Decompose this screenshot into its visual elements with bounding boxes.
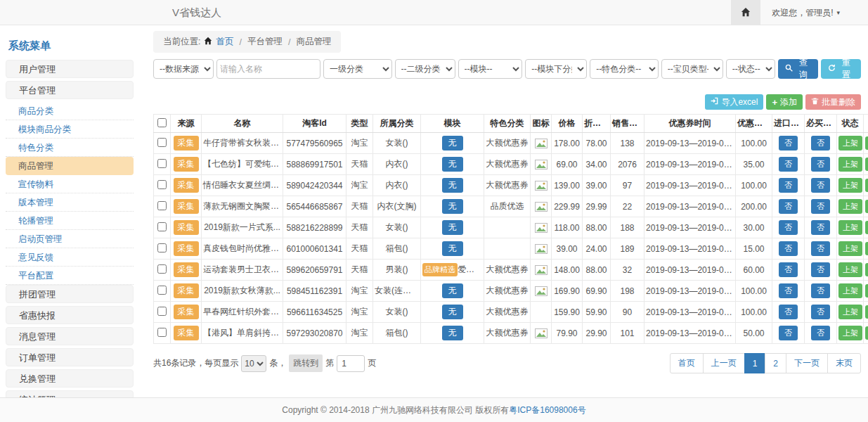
sidebar-item-版本管理[interactable]: 版本管理 [6, 193, 134, 212]
page-button-1[interactable]: 1 [744, 353, 766, 373]
page-button-2[interactable]: 2 [765, 353, 786, 373]
status-button[interactable]: 上架 [838, 178, 862, 193]
sidebar-item-启动页管理[interactable]: 启动页管理 [6, 230, 134, 248]
item-type-filter[interactable]: --宝贝类型-- [661, 59, 723, 79]
edit-button[interactable] [865, 221, 868, 234]
imported-toggle-button[interactable]: 否 [779, 220, 798, 235]
status-button[interactable]: 上架 [838, 262, 862, 277]
operations-group [865, 221, 868, 234]
edit-button[interactable] [865, 305, 868, 319]
sidebar-item-平台配置[interactable]: 平台配置 [6, 267, 134, 285]
row-checkbox[interactable] [157, 328, 167, 337]
must-buy-toggle-button[interactable]: 否 [811, 136, 830, 151]
cell-taoke-id: 601000601341 [283, 238, 346, 260]
icp-link[interactable]: 粤ICP备16098006号 [509, 404, 585, 416]
feature-category-filter[interactable]: --特色分类-- [590, 59, 659, 79]
row-checkbox[interactable] [157, 243, 167, 252]
status-filter[interactable]: --状态-- [726, 59, 775, 79]
batch-delete-button[interactable]: 批量删除 [805, 94, 861, 110]
sidebar-item-消息管理[interactable]: 消息管理 [6, 327, 134, 345]
imported-toggle-button[interactable]: 否 [779, 136, 798, 151]
edit-button[interactable] [865, 179, 868, 192]
sidebar-item-商品管理[interactable]: 商品管理 [6, 157, 134, 175]
breadcrumb-home-link[interactable]: 首页 [216, 36, 233, 48]
sidebar-item-模块商品分类[interactable]: 模块商品分类 [6, 120, 134, 139]
must-buy-toggle-button[interactable]: 否 [811, 241, 830, 256]
select-all-checkbox[interactable] [157, 118, 167, 127]
module-subcategory-filter[interactable]: --模块下分类-- [525, 59, 587, 79]
cell-module: 无 [421, 323, 484, 344]
reset-button[interactable]: 重置 [821, 59, 861, 79]
sidebar-item-订单管理[interactable]: 订单管理 [6, 348, 134, 366]
sidebar-item-平台管理[interactable]: 平台管理 [6, 81, 134, 99]
status-button[interactable]: 上架 [838, 157, 862, 172]
status-button[interactable]: 上架 [838, 241, 862, 256]
sidebar-item-兑换管理[interactable]: 兑换管理 [6, 369, 134, 388]
add-button-label: 添加 [780, 96, 797, 108]
search-button[interactable]: 查询 [778, 59, 818, 79]
data-source-filter[interactable]: --数据来源-- [153, 59, 214, 79]
per-page-select[interactable]: 10 [241, 355, 266, 372]
imported-toggle-button[interactable]: 否 [779, 262, 798, 277]
page-number-input[interactable] [337, 355, 365, 372]
must-buy-toggle-button[interactable]: 否 [811, 178, 830, 193]
edit-button[interactable] [865, 242, 868, 255]
sidebar-item-特色分类[interactable]: 特色分类 [6, 139, 134, 157]
edit-button[interactable] [865, 136, 868, 150]
edit-button[interactable] [865, 284, 868, 298]
add-button[interactable]: + 添加 [766, 94, 803, 110]
must-buy-toggle-button[interactable]: 否 [811, 220, 830, 235]
status-button[interactable]: 上架 [838, 326, 862, 340]
page-button-上一页[interactable]: 上一页 [703, 353, 745, 373]
must-buy-toggle-button[interactable]: 否 [811, 283, 830, 298]
user-menu[interactable]: 欢迎您，管理员! ▾ [760, 0, 868, 25]
imported-toggle-button[interactable]: 否 [779, 157, 798, 172]
edit-button[interactable] [865, 263, 868, 276]
must-buy-toggle-button[interactable]: 否 [811, 157, 830, 172]
sidebar-item-省惠快报[interactable]: 省惠快报 [6, 306, 134, 324]
imported-toggle-button[interactable]: 否 [779, 241, 798, 256]
edit-button[interactable] [865, 158, 868, 171]
status-button[interactable]: 上架 [838, 220, 862, 235]
sidebar-item-商品分类[interactable]: 商品分类 [6, 102, 134, 120]
sidebar-item-轮播管理[interactable]: 轮播管理 [6, 212, 134, 230]
imported-toggle-button[interactable]: 否 [779, 283, 798, 298]
cell-discount-price: 29.90 [583, 323, 611, 344]
sidebar-item-拼团管理[interactable]: 拼团管理 [6, 285, 134, 303]
level1-category-filter[interactable]: 一级分类 [323, 59, 392, 79]
sidebar-item-意见反馈[interactable]: 意见反馈 [6, 248, 134, 267]
row-checkbox[interactable] [157, 222, 167, 231]
page-button-首页[interactable]: 首页 [670, 353, 704, 373]
must-buy-toggle-button[interactable]: 否 [811, 262, 830, 277]
home-button[interactable] [731, 0, 760, 25]
row-checkbox[interactable] [157, 159, 167, 168]
status-button[interactable]: 上架 [838, 283, 862, 298]
status-button[interactable]: 上架 [838, 305, 862, 319]
module-filter[interactable]: --模块-- [458, 59, 523, 79]
jump-button[interactable]: 跳转到 [289, 354, 323, 372]
level2-category-filter[interactable]: --二级分类-- [395, 59, 455, 79]
row-checkbox[interactable] [157, 307, 167, 316]
must-buy-toggle-button[interactable]: 否 [811, 326, 830, 340]
imported-toggle-button[interactable]: 否 [779, 199, 798, 214]
status-button[interactable]: 上架 [838, 136, 862, 151]
status-button[interactable]: 上架 [838, 199, 862, 214]
row-checkbox[interactable] [157, 286, 167, 295]
page-button-末页[interactable]: 末页 [827, 353, 861, 373]
row-checkbox[interactable] [157, 201, 167, 210]
sidebar-item-宣传物料[interactable]: 宣传物料 [6, 175, 134, 193]
must-buy-toggle-button[interactable]: 否 [811, 199, 830, 214]
imported-toggle-button[interactable]: 否 [779, 305, 798, 319]
name-input[interactable] [216, 59, 320, 79]
imported-toggle-button[interactable]: 否 [779, 326, 798, 340]
row-checkbox[interactable] [157, 138, 167, 147]
page-button-下一页[interactable]: 下一页 [786, 353, 828, 373]
import-excel-button[interactable]: 导入excel [705, 94, 763, 110]
sidebar-item-用户管理[interactable]: 用户管理 [6, 60, 134, 78]
must-buy-toggle-button[interactable]: 否 [811, 305, 830, 319]
imported-toggle-button[interactable]: 否 [779, 178, 798, 193]
row-checkbox[interactable] [157, 180, 167, 189]
edit-button[interactable] [865, 200, 868, 213]
row-checkbox[interactable] [157, 264, 167, 274]
edit-button[interactable] [865, 326, 868, 340]
